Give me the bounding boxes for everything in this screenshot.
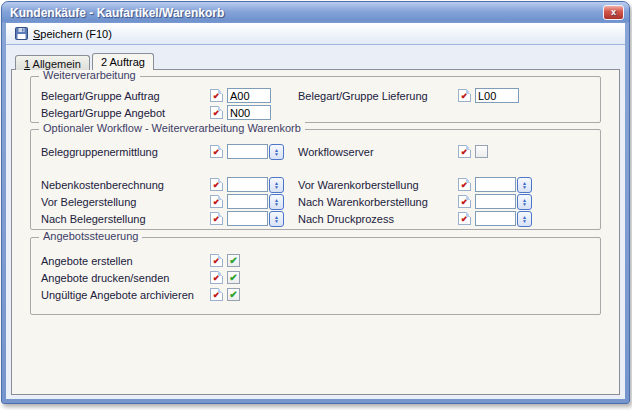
spin-updown-icon[interactable]: ▲▼ bbox=[269, 211, 284, 227]
spinner-input[interactable] bbox=[475, 194, 516, 209]
group-title: Weiterverarbeitung bbox=[39, 69, 140, 81]
nach-belegerstellung-spinner: ▲▼ bbox=[227, 211, 284, 227]
spin-updown-icon[interactable]: ▲▼ bbox=[517, 211, 532, 227]
field-label: Vor Belegerstellung bbox=[41, 196, 210, 208]
angebote-erstellen-checkbox[interactable]: ✔ bbox=[227, 254, 240, 267]
window-title: Kundenkäufe - Kaufartikel/Warenkorb bbox=[10, 6, 224, 20]
field-label: Ungültige Angebote archivieren bbox=[41, 289, 210, 301]
group-title: Optionaler Workflow - Weiterverarbeitung… bbox=[39, 122, 305, 134]
field-row-nach-belegerstellung: Nach Belegerstellung ✔ ▲▼ bbox=[41, 210, 298, 227]
document-check-icon[interactable]: ✔ bbox=[458, 145, 471, 158]
field-label: Belegart/Gruppe Auftrag bbox=[41, 90, 210, 102]
belegart-lieferung-input[interactable] bbox=[475, 88, 519, 103]
field-row-workflowserver: Workflowserver ✔ bbox=[298, 143, 600, 160]
field-row-vor-belegerstellung: Vor Belegerstellung ✔ ▲▼ bbox=[41, 193, 298, 210]
field-row-nach-druckprozess: Nach Druckprozess ✔ ▲▼ bbox=[298, 210, 600, 227]
save-label: Speichern (F10) bbox=[33, 28, 112, 40]
document-check-icon[interactable]: ✔ bbox=[210, 89, 223, 102]
belegart-angebot-input[interactable] bbox=[227, 105, 271, 120]
checkmark-icon: ✔ bbox=[229, 273, 237, 283]
field-label: Nach Warenkorberstellung bbox=[298, 196, 458, 208]
field-row-belegart-lieferung: Belegart/Gruppe Lieferung ✔ bbox=[298, 87, 600, 104]
document-check-icon[interactable]: ✔ bbox=[210, 106, 223, 119]
close-button[interactable]: x bbox=[603, 5, 624, 20]
document-check-icon[interactable]: ✔ bbox=[210, 288, 223, 301]
nach-druckprozess-spinner: ▲▼ bbox=[475, 211, 532, 227]
field-row-angebote-archivieren: Ungültige Angebote archivieren ✔ ✔ bbox=[41, 286, 600, 303]
spinner-input[interactable] bbox=[227, 194, 268, 209]
document-check-icon[interactable]: ✔ bbox=[458, 178, 471, 191]
spin-updown-icon[interactable]: ▲▼ bbox=[269, 194, 284, 210]
field-label: Belegart/Gruppe Angebot bbox=[41, 107, 210, 119]
spin-updown-icon[interactable]: ▲▼ bbox=[269, 177, 284, 193]
field-label: Belegart/Gruppe Lieferung bbox=[298, 90, 458, 102]
spinner-input[interactable] bbox=[475, 211, 516, 226]
group-workflow: Optionaler Workflow - Weiterverarbeitung… bbox=[30, 129, 601, 230]
tab-bar: 1 Allgemein 2 Auftrag bbox=[15, 52, 156, 70]
document-check-icon[interactable]: ✔ bbox=[210, 212, 223, 225]
group-angebotssteuerung: Angebotssteuerung Angebote erstellen ✔ ✔… bbox=[30, 237, 601, 315]
document-check-icon[interactable]: ✔ bbox=[458, 89, 471, 102]
beleggruppenermittlung-spinner: ▲▼ bbox=[227, 144, 284, 160]
field-label: Beleggruppenermittlung bbox=[41, 146, 210, 158]
field-row-beleggruppenermittlung: Beleggruppenermittlung ✔ ▲▼ bbox=[41, 143, 298, 160]
group-title: Angebotssteuerung bbox=[39, 230, 142, 242]
vor-warenkorberstellung-spinner: ▲▼ bbox=[475, 177, 532, 193]
checkmark-icon: ✔ bbox=[229, 256, 237, 266]
save-button[interactable]: Speichern (F10) bbox=[11, 26, 116, 41]
field-row-angebote-drucken: Angebote drucken/senden ✔ ✔ bbox=[41, 269, 600, 286]
nach-warenkorberstellung-spinner: ▲▼ bbox=[475, 194, 532, 210]
angebote-drucken-checkbox[interactable]: ✔ bbox=[227, 271, 240, 284]
field-row-nach-warenkorberstellung: Nach Warenkorberstellung ✔ ▲▼ bbox=[298, 193, 600, 210]
spin-updown-icon[interactable]: ▲▼ bbox=[517, 177, 532, 193]
document-check-icon[interactable]: ✔ bbox=[210, 271, 223, 284]
document-check-icon[interactable]: ✔ bbox=[458, 212, 471, 225]
spinner-input[interactable] bbox=[227, 211, 268, 226]
spin-updown-icon[interactable]: ▲▼ bbox=[269, 144, 284, 160]
workflowserver-checkbox[interactable] bbox=[475, 145, 488, 158]
field-row-nebenkostenberechnung: Nebenkostenberechnung ✔ ▲▼ bbox=[41, 176, 298, 193]
field-label: Vor Warenkorberstellung bbox=[298, 179, 458, 191]
spinner-input[interactable] bbox=[227, 177, 268, 192]
belegart-auftrag-input[interactable] bbox=[227, 88, 271, 103]
angebote-archivieren-checkbox[interactable]: ✔ bbox=[227, 288, 240, 301]
document-check-icon[interactable]: ✔ bbox=[458, 195, 471, 208]
field-row-vor-warenkorberstellung: Vor Warenkorberstellung ✔ ▲▼ bbox=[298, 176, 600, 193]
field-label: Nach Belegerstellung bbox=[41, 213, 210, 225]
dialog-window: Kundenkäufe - Kaufartikel/Warenkorb x Sp… bbox=[1, 1, 630, 404]
titlebar[interactable]: Kundenkäufe - Kaufartikel/Warenkorb x bbox=[2, 2, 629, 23]
tab-page-auftrag: Weiterverarbeitung Belegart/Gruppe Auftr… bbox=[11, 69, 620, 395]
nebenkostenberechnung-spinner: ▲▼ bbox=[227, 177, 284, 193]
tab-allgemein[interactable]: 1 Allgemein bbox=[15, 55, 90, 70]
document-check-icon[interactable]: ✔ bbox=[210, 145, 223, 158]
vor-belegerstellung-spinner: ▲▼ bbox=[227, 194, 284, 210]
spinner-input[interactable] bbox=[475, 177, 516, 192]
save-icon bbox=[15, 27, 28, 40]
document-check-icon[interactable]: ✔ bbox=[210, 254, 223, 267]
document-check-icon[interactable]: ✔ bbox=[210, 178, 223, 191]
spinner-input[interactable] bbox=[227, 144, 268, 159]
toolbar: Speichern (F10) bbox=[6, 23, 625, 45]
spin-updown-icon[interactable]: ▲▼ bbox=[517, 194, 532, 210]
document-check-icon[interactable]: ✔ bbox=[210, 195, 223, 208]
checkmark-icon: ✔ bbox=[229, 290, 237, 300]
window-body: Speichern (F10) 1 Allgemein 2 Auftrag We… bbox=[6, 23, 625, 399]
close-icon: x bbox=[611, 7, 616, 17]
field-row-belegart-angebot: Belegart/Gruppe Angebot ✔ bbox=[41, 104, 298, 121]
field-label: Nach Druckprozess bbox=[298, 213, 458, 225]
field-label: Nebenkostenberechnung bbox=[41, 179, 210, 191]
field-row-angebote-erstellen: Angebote erstellen ✔ ✔ bbox=[41, 252, 600, 269]
field-label: Angebote erstellen bbox=[41, 255, 210, 267]
tab-auftrag[interactable]: 2 Auftrag bbox=[92, 53, 154, 70]
field-row-belegart-auftrag: Belegart/Gruppe Auftrag ✔ bbox=[41, 87, 298, 104]
group-weiterverarbeitung: Weiterverarbeitung Belegart/Gruppe Auftr… bbox=[30, 76, 601, 123]
field-label: Angebote drucken/senden bbox=[41, 272, 210, 284]
field-label: Workflowserver bbox=[298, 146, 458, 158]
